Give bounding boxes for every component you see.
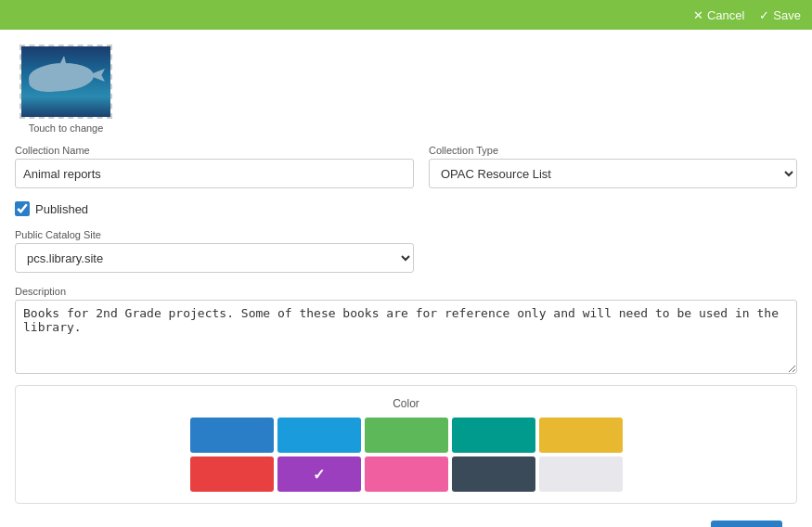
- color-swatch[interactable]: ✓: [277, 456, 361, 492]
- color-swatch[interactable]: [452, 418, 535, 453]
- color-section-label: Color: [27, 397, 785, 410]
- color-swatch[interactable]: [452, 456, 535, 492]
- collection-type-group: Collection Type OPAC Resource List Stand…: [429, 145, 797, 188]
- color-grid: ✓: [27, 418, 785, 492]
- save-button-top[interactable]: ✓ Save: [759, 8, 801, 22]
- color-swatch[interactable]: [365, 456, 448, 492]
- touch-to-change-label: Touch to change: [29, 122, 104, 134]
- color-section: Color ✓: [15, 385, 797, 504]
- published-row: Published: [15, 201, 797, 216]
- cancel-label: Cancel: [707, 8, 744, 22]
- collection-name-group: Collection Name: [15, 145, 414, 188]
- collection-image: [21, 45, 110, 119]
- color-swatch[interactable]: [190, 418, 274, 453]
- catalog-site-select[interactable]: pcs.library.site other.library.site: [15, 243, 414, 273]
- color-swatch[interactable]: [277, 418, 361, 453]
- color-swatch[interactable]: [539, 418, 623, 453]
- description-group: Description Books for 2nd Grade projects…: [15, 286, 797, 374]
- image-box[interactable]: [19, 45, 112, 119]
- top-bar: ✕ Cancel ✓ Save: [0, 0, 812, 30]
- color-swatch[interactable]: [365, 418, 448, 453]
- catalog-site-group: Public Catalog Site pcs.library.site oth…: [15, 229, 797, 273]
- name-type-row: Collection Name Collection Type OPAC Res…: [15, 145, 797, 188]
- description-textarea[interactable]: Books for 2nd Grade projects. Some of th…: [15, 300, 797, 374]
- save-icon-top: ✓: [759, 8, 769, 22]
- footer-bar: ✓ Save: [15, 511, 797, 527]
- main-content: Touch to change Collection Name Collecti…: [0, 30, 812, 527]
- cancel-icon: ✕: [693, 8, 703, 22]
- collection-name-input[interactable]: [15, 159, 414, 188]
- collection-type-select[interactable]: OPAC Resource List Standard List Feature…: [429, 159, 797, 188]
- save-button-bottom[interactable]: ✓ Save: [711, 521, 782, 527]
- color-swatch[interactable]: [190, 456, 274, 492]
- catalog-site-label: Public Catalog Site: [15, 229, 797, 240]
- save-label-top: Save: [773, 8, 801, 22]
- collection-type-label: Collection Type: [429, 145, 797, 156]
- published-checkbox[interactable]: [15, 201, 30, 216]
- color-swatch[interactable]: [539, 456, 623, 492]
- published-label[interactable]: Published: [35, 202, 88, 216]
- description-label: Description: [15, 286, 797, 297]
- cancel-button[interactable]: ✕ Cancel: [693, 8, 744, 22]
- collection-name-label: Collection Name: [15, 145, 414, 156]
- image-section[interactable]: Touch to change: [15, 45, 117, 134]
